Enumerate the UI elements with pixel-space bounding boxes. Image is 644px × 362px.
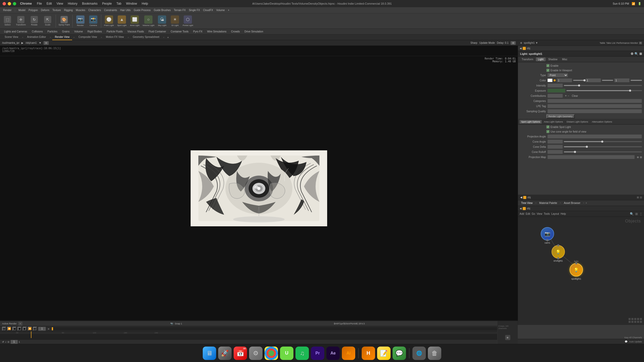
- menu-bookmarks[interactable]: Bookmarks: [82, 2, 98, 5]
- cone-angle-input[interactable]: 45: [547, 140, 563, 144]
- active-render-close[interactable]: ×: [18, 322, 22, 326]
- dock-launchpad[interactable]: 🚀: [218, 347, 232, 360]
- btn-prev-frame[interactable]: ⏪: [7, 327, 11, 331]
- spotlight1-conn-top[interactable]: [575, 262, 577, 264]
- node-graph-expand[interactable]: ⊞: [637, 196, 639, 199]
- dock-premiere[interactable]: Pr: [311, 347, 324, 360]
- right-tab-add[interactable]: +: [639, 42, 642, 44]
- pointlight-icon[interactable]: ⚪: [105, 15, 113, 24]
- mode-guidebrushes[interactable]: Guide Brushes: [153, 9, 172, 12]
- color-g[interactable]: [586, 78, 601, 82]
- tab-transform[interactable]: Transform: [520, 57, 535, 61]
- btn-stop[interactable]: ⏹: [18, 327, 22, 331]
- categories-input[interactable]: [547, 99, 642, 103]
- mode-cloudfx[interactable]: CloudFX: [202, 9, 214, 12]
- node-graph-path[interactable]: obj: [527, 196, 531, 199]
- mode-render[interactable]: Render: [2, 9, 13, 12]
- cam1-conn-bottom[interactable]: [546, 239, 548, 241]
- dock-spotify[interactable]: ♫: [295, 347, 309, 360]
- node-cam1-body[interactable]: 📷: [541, 227, 554, 240]
- spot-tab-distant[interactable]: Distant Light Options: [565, 120, 590, 124]
- cone-angle-slider[interactable]: [564, 141, 642, 142]
- tab-renderview[interactable]: Render View: [52, 35, 72, 40]
- window-controls[interactable]: [3, 2, 16, 5]
- ng-btn-view[interactable]: View: [537, 212, 542, 215]
- shelf-particles[interactable]: Particles: [45, 29, 59, 34]
- shelf-containertools[interactable]: Container Tools: [169, 29, 191, 34]
- node-envlight1-body[interactable]: 💡: [552, 245, 565, 258]
- shelf-particlefluids[interactable]: Particle Fluids: [105, 29, 125, 34]
- ng-btn-edit[interactable]: Edit: [526, 212, 530, 215]
- select-icon[interactable]: ⬚: [4, 16, 11, 23]
- tool-skylight[interactable]: 🌤 Sky Light: [156, 15, 168, 27]
- maximize-button[interactable]: [13, 2, 16, 5]
- color-r-slider[interactable]: [573, 80, 584, 81]
- spot-tab-active[interactable]: Spot Light Options: [520, 120, 542, 124]
- dock-houdini[interactable]: H: [362, 347, 375, 360]
- viewport-camera[interactable]: /obj/cam1: [26, 41, 37, 44]
- right-perf-tab[interactable]: Performance Monitor: [616, 42, 638, 44]
- node-spotlight1[interactable]: light 💡 spotlight1: [570, 260, 583, 280]
- tab-sceneview[interactable]: Scene View: [2, 35, 21, 40]
- dock-calendar[interactable]: 📅 19: [234, 347, 247, 360]
- ng-btn-help[interactable]: Help: [561, 212, 566, 215]
- btn-skip-start[interactable]: ⏮: [2, 327, 6, 331]
- btn-skip-end[interactable]: ⏭: [33, 327, 37, 331]
- node-back-btn[interactable]: ◀: [520, 196, 522, 199]
- audio-btn[interactable]: ♪: [5, 341, 6, 343]
- render-light-geo-btn[interactable]: Render Light Geometry: [546, 114, 575, 118]
- type-select[interactable]: Point Spot Area: [547, 73, 568, 77]
- row-use-cone[interactable]: ✓ Use cone angle for field of view: [518, 129, 644, 134]
- spot-tab-attenuation[interactable]: Attenuation Options: [590, 120, 614, 124]
- spot-tab-area[interactable]: Area Light Options: [542, 120, 565, 124]
- shelf-drivestimulation[interactable]: Drive Simulation: [242, 29, 265, 34]
- shelf-pyrofx[interactable]: Pyro FX: [191, 29, 205, 34]
- tool-arealight[interactable]: ⬜ Area Light: [129, 15, 141, 27]
- menu-history[interactable]: History: [68, 2, 77, 5]
- right-path-label[interactable]: Table: [600, 42, 605, 44]
- mode-rigging[interactable]: Rigging: [63, 9, 74, 12]
- tab-geosheet[interactable]: Geometry Spreadsheet: [130, 35, 162, 40]
- keys-expand[interactable]: ⊞: [505, 335, 510, 340]
- mode-constraints[interactable]: Constraints: [103, 9, 118, 12]
- node-spotlight1-body[interactable]: 💡: [570, 263, 583, 277]
- tab-add[interactable]: +: [166, 35, 170, 39]
- node-graph-collapse[interactable]: ⊟: [640, 196, 642, 199]
- render-camera-icon[interactable]: 📷: [76, 15, 84, 24]
- dock-illustrator[interactable]: Ai: [342, 347, 355, 360]
- settings-icon[interactable]: ⚙: [631, 52, 633, 56]
- tool-spotlight[interactable]: ▲ Spot Light: [116, 15, 128, 27]
- shelf-collisions[interactable]: Collisions: [30, 29, 45, 34]
- envlight1-conn-bottom[interactable]: [557, 257, 559, 259]
- cone-delta-input[interactable]: 10: [547, 145, 563, 149]
- spraypaint-icon[interactable]: 🎨: [61, 16, 68, 23]
- use-cone-checkbox[interactable]: ✓: [546, 130, 549, 133]
- transform-icon[interactable]: ✛: [17, 16, 24, 23]
- close-button[interactable]: [3, 2, 6, 5]
- tool-rotate[interactable]: ↻ Rotate: [28, 15, 41, 27]
- breadcrumb-path[interactable]: obj: [527, 47, 530, 50]
- menu-tab[interactable]: Tab: [116, 2, 121, 5]
- proj-map-browse[interactable]: ⊕: [637, 156, 639, 159]
- tool-render[interactable]: 📷 Render: [74, 15, 87, 27]
- ng-tab-add[interactable]: +: [586, 202, 587, 204]
- mode-singlefx[interactable]: Single FX: [188, 9, 201, 12]
- timeline-ruler-area[interactable]: -60 60 120 180 240: [0, 331, 518, 339]
- tool-spraypaint[interactable]: 🎨 Spray Paint: [57, 15, 71, 27]
- ng-btn-go[interactable]: Go: [532, 212, 535, 215]
- proj-angle-input[interactable]: [547, 134, 642, 139]
- proj-map-expand[interactable]: ⊞: [640, 156, 642, 159]
- scale-icon[interactable]: ⇱: [44, 16, 51, 23]
- cone-rolloff-input[interactable]: 1: [547, 150, 563, 154]
- viewport-canvas[interactable]: Render Time: 0:04:01 Memory: 1.40 GB: [0, 56, 518, 320]
- gilight-icon[interactable]: ☀: [171, 15, 179, 24]
- frame-range-start[interactable]: [11, 340, 18, 344]
- tab-shadow[interactable]: Shadow: [546, 57, 560, 61]
- ng-grid-icon[interactable]: ⊞: [635, 212, 638, 216]
- proj-map-input[interactable]: [547, 155, 635, 159]
- ng-tab-treeview[interactable]: Tree View: [520, 201, 534, 205]
- enable-viewport-checkbox[interactable]: ✓: [546, 69, 549, 72]
- node-canvas[interactable]: Objects 📷 cam1: [518, 217, 644, 325]
- right-takelist-tab[interactable]: Take List: [606, 42, 615, 44]
- node-envlight1[interactable]: 💡 envlight1: [552, 245, 565, 262]
